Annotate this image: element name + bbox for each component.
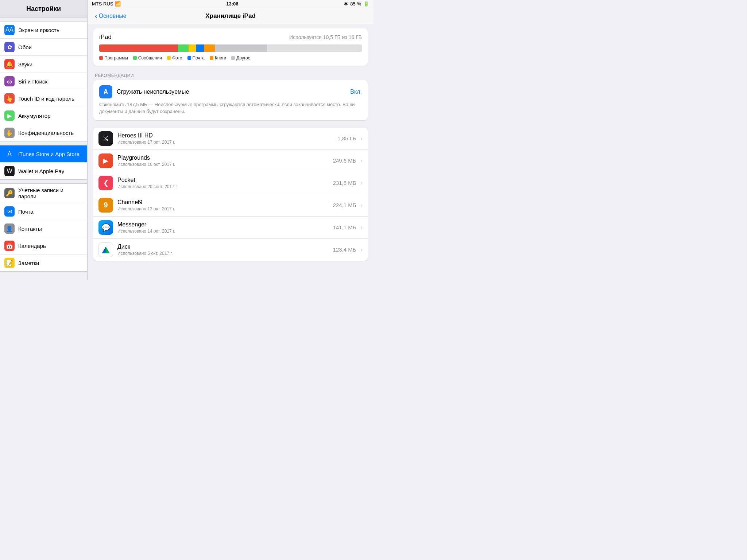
rec-icon-char: A: [104, 88, 108, 96]
rec-app-icon: A: [99, 85, 112, 98]
sidebar-item-accounts[interactable]: 🔑Учетные записи и пароли: [0, 184, 87, 203]
settings-list: AAЭкран и яркость✿Обои🔔Звуки◎Siri и Поис…: [0, 18, 87, 280]
legend-item-фото: Фото: [167, 55, 182, 61]
settings-sidebar: Настройки AAЭкран и яркость✿Обои🔔Звуки◎S…: [0, 0, 88, 280]
itunes-icon: A: [4, 149, 15, 159]
settings-group-1: AiTunes Store и App StoreWWallet и Apple…: [0, 145, 87, 180]
touchid-icon: 👆: [4, 93, 15, 104]
accounts-icon: 🔑: [4, 188, 15, 198]
chevron-right-icon: ›: [361, 246, 363, 253]
legend-item-почта: Почта: [187, 55, 205, 61]
app-icon-channel9: 9: [98, 198, 113, 213]
rec-title: Сгружать неиспользуемые: [117, 89, 346, 95]
sidebar-item-siri[interactable]: ◎Siri и Поиск: [0, 73, 87, 90]
notes-label: Заметки: [18, 260, 39, 266]
contacts-icon: 👤: [4, 223, 15, 234]
right-content: iPad Используется 10,5 ГБ из 16 ГБ Прогр…: [88, 24, 374, 280]
bar-segment-почта: [196, 44, 204, 52]
legend-item-сообщения: Сообщения: [133, 55, 162, 61]
privacy-icon: ✋: [4, 128, 15, 138]
legend-label-другое: Другое: [236, 55, 250, 61]
app-item-pocket[interactable]: ❮PocketИспользовано 20 сент. 2017 г.231,…: [93, 172, 368, 194]
app-item-playgrounds[interactable]: ▶PlaygroundsИспользовано 16 окт. 2017 г.…: [93, 150, 368, 172]
app-name-heroes: Heroes III HD: [117, 132, 333, 139]
sidebar-item-contacts[interactable]: 👤Контакты: [0, 220, 87, 237]
legend-label-программы: Программы: [104, 55, 128, 61]
app-item-messenger[interactable]: 💬MessengerИспользовано 14 окт. 2017 г.14…: [93, 217, 368, 239]
bar-segment-программы: [99, 44, 178, 52]
sidebar-item-battery[interactable]: ▶Аккумулятор: [0, 107, 87, 124]
sidebar-item-itunes[interactable]: AiTunes Store и App Store: [0, 145, 87, 163]
back-button[interactable]: ‹ Основные: [95, 12, 127, 20]
app-size-channel9: 224,1 МБ: [333, 202, 356, 208]
app-item-disk[interactable]: ДискИспользовано 5 окт. 2017 г.123,4 МБ›: [93, 239, 368, 261]
screen-icon: AA: [4, 25, 15, 35]
legend-dot-почта: [187, 56, 191, 60]
storage-card: iPad Используется 10,5 ГБ из 16 ГБ Прогр…: [93, 28, 368, 66]
sidebar-item-screen[interactable]: AAЭкран и яркость: [0, 22, 87, 39]
bar-segment-книги: [204, 44, 215, 52]
app-info-disk: ДискИспользовано 5 окт. 2017 г.: [117, 244, 329, 256]
bluetooth-icon: ✱: [344, 1, 348, 7]
app-date-playgrounds: Использовано 16 окт. 2017 г.: [117, 162, 329, 167]
nav-header: ‹ Основные Хранилище iPad: [88, 8, 374, 24]
siri-icon: ◎: [4, 76, 15, 86]
bar-segment-другое: [215, 44, 267, 52]
legend-item-программы: Программы: [99, 55, 128, 61]
mail-icon: ✉: [4, 206, 15, 217]
legend-label-фото: Фото: [172, 55, 182, 61]
app-size-heroes: 1,85 ГБ: [337, 135, 356, 141]
sidebar-title: Настройки: [6, 5, 81, 13]
app-name-pocket: Pocket: [117, 177, 329, 183]
app-icon-messenger: 💬: [98, 220, 113, 235]
sounds-icon: 🔔: [4, 59, 15, 69]
siri-label: Siri и Поиск: [18, 78, 47, 85]
sidebar-item-notes[interactable]: 📝Заметки: [0, 254, 87, 271]
storage-bar: [99, 44, 362, 52]
wallpaper-icon: ✿: [4, 42, 15, 52]
chevron-right-icon: ›: [361, 202, 363, 209]
contacts-label: Контакты: [18, 226, 42, 232]
sidebar-item-mail[interactable]: ✉Почта: [0, 203, 87, 220]
battery-icon: ▶: [4, 110, 15, 121]
chevron-right-icon: ›: [361, 180, 363, 186]
battery-text: 85 %: [350, 1, 361, 7]
wallpaper-label: Обои: [18, 44, 32, 50]
rec-action-button[interactable]: Вкл.: [350, 89, 362, 95]
legend-item-книги: Книги: [210, 55, 226, 61]
legend-label-почта: Почта: [193, 55, 205, 61]
carrier-text: MTS RUS: [92, 1, 113, 7]
app-list: ⚔Heroes III HDИспользовано 17 окт. 2017 …: [93, 128, 368, 261]
legend-dot-программы: [99, 56, 103, 60]
app-size-disk: 123,4 МБ: [333, 246, 356, 253]
sidebar-item-sounds[interactable]: 🔔Звуки: [0, 56, 87, 73]
sidebar-item-privacy[interactable]: ✋Конфиденциальность: [0, 124, 87, 141]
accounts-label: Учетные записи и пароли: [18, 187, 83, 199]
sidebar-item-wallet[interactable]: WWallet и Apple Pay: [0, 163, 87, 179]
wifi-icon: 📶: [115, 1, 121, 7]
app-item-heroes[interactable]: ⚔Heroes III HDИспользовано 17 окт. 2017 …: [93, 128, 368, 150]
battery-icon: 🔋: [363, 1, 369, 7]
calendar-icon: 📅: [4, 241, 15, 251]
app-size-playgrounds: 249,6 МБ: [333, 158, 356, 164]
chevron-right-icon: ›: [361, 158, 363, 164]
device-name: iPad: [99, 34, 112, 41]
rec-description: Сэкономить 187,5 МБ — Неиспользуемые про…: [99, 101, 362, 115]
sidebar-item-touchid[interactable]: 👆Touch ID и код-пароль: [0, 90, 87, 107]
sounds-label: Звуки: [18, 61, 32, 67]
sidebar-item-calendar[interactable]: 📅Календарь: [0, 237, 87, 254]
app-item-channel9[interactable]: 9Channel9Использовано 13 окт. 2017 г.224…: [93, 194, 368, 217]
app-icon-disk: [98, 242, 113, 257]
touchid-label: Touch ID и код-пароль: [18, 96, 74, 102]
itunes-label: iTunes Store и App Store: [18, 151, 80, 157]
sidebar-item-wallpaper[interactable]: ✿Обои: [0, 39, 87, 56]
app-icon-pocket: ❮: [98, 176, 113, 190]
app-info-channel9: Channel9Использовано 13 окт. 2017 г.: [117, 199, 329, 211]
recommendation-card: A Сгружать неиспользуемые Вкл. Сэкономит…: [93, 80, 368, 120]
mail-label: Почта: [18, 209, 34, 215]
app-date-pocket: Использовано 20 сент. 2017 г.: [117, 184, 329, 189]
app-date-messenger: Использовано 14 окт. 2017 г.: [117, 229, 329, 234]
back-chevron-icon: ‹: [95, 12, 97, 20]
chevron-right-icon: ›: [361, 135, 363, 142]
back-label: Основные: [99, 13, 127, 19]
